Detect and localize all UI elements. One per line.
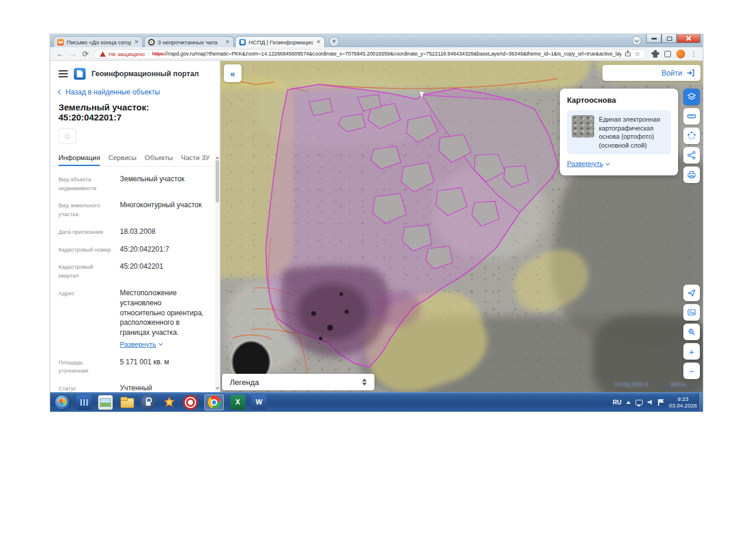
windows-flag-icon <box>57 397 67 407</box>
taskbar-lock-app[interactable] <box>141 395 155 410</box>
tab-close-icon[interactable]: ✕ <box>134 40 139 45</box>
browser-menu-icon[interactable]: ⋮ <box>690 51 697 57</box>
scrollbar-thumb[interactable] <box>216 160 219 203</box>
basemap-expand-link[interactable]: Развернуть <box>567 160 609 167</box>
browser-tab-strip: Письмо «До конца сегодняшн ✕ 3 непрочита… <box>53 36 339 47</box>
tab-parcel-parts[interactable]: Части ЗУ <box>181 154 210 166</box>
security-warning-label[interactable]: Не защищено <box>109 51 145 57</box>
taskbar-cryptopro[interactable] <box>183 395 198 410</box>
search-area-icon <box>687 327 696 337</box>
side-panel-icon[interactable] <box>664 51 671 57</box>
taskbar-excel[interactable]: X <box>230 395 245 410</box>
field-row: Дата присвоения18.03.2008 <box>58 227 204 237</box>
legend-toggle-bar[interactable]: Легенда <box>222 374 374 390</box>
hidden-icons-icon[interactable] <box>626 401 631 404</box>
scroll-up-icon[interactable] <box>216 155 219 159</box>
new-tab-button[interactable]: + <box>329 37 339 47</box>
field-value: 18.03.2008 <box>120 227 204 237</box>
volume-icon[interactable] <box>647 399 653 405</box>
field-value: Многоконтурный участок <box>120 200 204 218</box>
back-icon[interactable]: ← <box>56 50 64 58</box>
tab-information[interactable]: Информация <box>58 154 100 166</box>
taskbar-clock[interactable]: 9:23 03.04.2026 <box>669 396 697 409</box>
taskbar-word[interactable]: W <box>252 395 266 410</box>
browser-tab-nspd[interactable]: НСПД | Геоинформационный п ✕ <box>235 36 325 47</box>
network-icon[interactable] <box>636 400 643 405</box>
attributes-list: Вид объекта недвижимостиЗемельный участо… <box>50 167 220 392</box>
close-button[interactable] <box>677 34 700 43</box>
navigate-tool-button[interactable] <box>683 285 700 301</box>
polygon-select-tool-button[interactable] <box>683 128 700 144</box>
browser-tab-chats[interactable]: 3 непрочитанных чата ✕ <box>144 36 234 47</box>
action-center-flag-icon[interactable] <box>658 399 664 406</box>
show-desktop-button[interactable] <box>698 393 703 412</box>
field-label: Дата присвоения <box>58 227 114 237</box>
parcel-title: Земельный участок: 45:20:042201:7 <box>50 99 220 127</box>
profile-avatar[interactable] <box>676 50 685 58</box>
field-row-address: Адрес Местоположение установлено относит… <box>58 288 204 350</box>
language-indicator[interactable]: RU <box>612 399 621 406</box>
legend-expand-icon[interactable] <box>362 379 367 386</box>
scroll-down-icon[interactable] <box>216 387 219 391</box>
address-bar[interactable]: Не защищено | https://nspd.gov.ru/map?th… <box>94 49 646 59</box>
tab-close-icon[interactable]: ✕ <box>225 40 230 45</box>
basemap-layer-card[interactable]: Единая электронная картографическая осно… <box>567 110 671 154</box>
portal-logo-icon[interactable] <box>74 68 86 80</box>
field-row: СтатусУчтенный <box>58 383 204 392</box>
parcel-dark-core <box>297 283 368 340</box>
back-to-results-link[interactable]: Назад в найденные объекты <box>50 83 220 99</box>
taskbar-explorer[interactable] <box>119 395 134 410</box>
taskbar-red-star-app[interactable] <box>162 395 177 410</box>
taskbar-photo-viewer[interactable] <box>98 395 113 410</box>
tab-objects[interactable]: Объекты <box>145 154 172 166</box>
search-area-tool-button[interactable] <box>683 324 700 340</box>
clock-date: 03.04.2026 <box>669 402 697 409</box>
print-tool-button[interactable] <box>683 167 700 183</box>
url-text[interactable]: https://nspd.gov.ru/map?thematic=PKK&zoo… <box>152 51 622 57</box>
minimize-icon <box>651 38 657 40</box>
hamburger-menu-icon[interactable] <box>58 70 68 77</box>
sidebar-scrollbar[interactable] <box>215 154 220 392</box>
word-glyph: W <box>256 398 262 406</box>
share-map-tool-button[interactable] <box>683 147 700 164</box>
portal-title: Геоинформационный портал <box>92 70 199 78</box>
ruler-tool-button[interactable] <box>683 108 700 125</box>
favorite-star-button[interactable]: ☆ <box>58 128 76 144</box>
clock-time: 9:23 <box>677 396 689 402</box>
map-scale-bar: 200 m <box>662 381 695 388</box>
browser-tab-mail[interactable]: Письмо «До конца сегодняшн ✕ <box>53 36 143 47</box>
maximize-button[interactable] <box>662 34 677 43</box>
zoom-in-button[interactable]: + <box>683 343 700 360</box>
screenshot-icon <box>687 308 696 317</box>
taskbar-app-blue[interactable] <box>77 395 92 410</box>
share-page-icon[interactable] <box>624 50 631 57</box>
minimize-button[interactable] <box>646 34 662 43</box>
field-row: Площадь уточненная5 171 001 кв. м <box>58 357 204 376</box>
zoom-out-button[interactable]: − <box>683 363 700 379</box>
chrome-icon <box>208 396 221 409</box>
layers-tool-button[interactable] <box>683 89 700 105</box>
tab-close-icon[interactable]: ✕ <box>316 40 321 45</box>
map-canvas[interactable]: « Войти Картооснова Единая электронная к… <box>220 61 703 392</box>
extensions-puzzle-icon[interactable] <box>651 50 659 58</box>
screenshot-tool-button[interactable] <box>683 304 700 321</box>
field-label: Вид земельного участка <box>58 200 114 218</box>
sidebar-collapse-button[interactable]: « <box>224 64 242 82</box>
tab-title: 3 непрочитанных чата <box>158 39 222 45</box>
forward-icon[interactable]: → <box>69 50 77 58</box>
field-value: 5 171 001 кв. м <box>120 357 204 376</box>
expand-address-link[interactable]: Развернуть <box>120 340 162 349</box>
field-label: Адрес <box>58 288 114 350</box>
windows-taskbar: X W RU 9:23 03.04.2026 <box>50 392 703 412</box>
taskbar-chrome-active[interactable] <box>204 394 224 410</box>
security-warning-icon[interactable] <box>100 51 106 57</box>
reload-icon[interactable]: ⟳ <box>82 50 89 58</box>
tab-search-button[interactable] <box>632 36 641 45</box>
close-icon <box>686 35 692 41</box>
excel-glyph: X <box>235 398 240 406</box>
tab-services[interactable]: Сервисы <box>108 154 136 166</box>
basemap-thumbnail <box>572 115 594 138</box>
bookmark-star-icon[interactable]: ☆ <box>634 51 640 57</box>
login-bar[interactable]: Войти <box>602 65 700 81</box>
start-button[interactable] <box>54 394 70 410</box>
